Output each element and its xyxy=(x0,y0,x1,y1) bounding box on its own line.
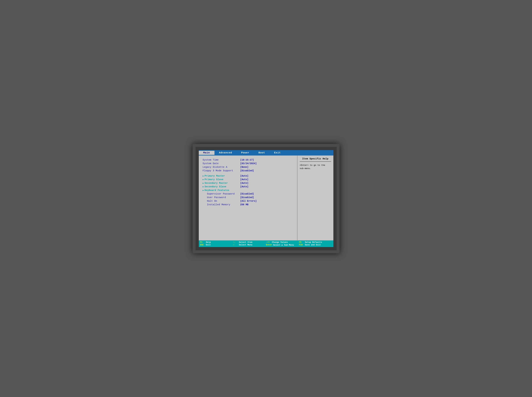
primary-slave-value: [Auto] xyxy=(240,178,248,181)
key-esc-desc: Exit xyxy=(206,244,211,246)
help-text: <Enter> to go to the sub-menu. xyxy=(300,164,331,171)
supervisor-password-row[interactable]: Supervisor Password [Disabled] xyxy=(203,192,293,196)
keyboard-features-row[interactable]: ▶Keyboard Features xyxy=(203,188,293,192)
key-change: -/+ xyxy=(266,241,271,243)
secondary-master-value: [Auto] xyxy=(240,182,248,184)
installed-memory-value: 256 MB xyxy=(240,203,248,206)
key-f1: F1 xyxy=(200,241,205,243)
menu-power[interactable]: Power xyxy=(237,151,254,155)
menu-bar: Main Advanced Power Boot Exit xyxy=(199,150,333,155)
legacy-diskette-value: [None] xyxy=(240,166,248,168)
system-date-row[interactable]: System Date [03/24/2024] xyxy=(203,162,293,165)
arrow-icon: ▶ xyxy=(203,189,204,192)
key-arrows: ↑↓ xyxy=(233,241,238,243)
floppy-mode-value: [Disabled] xyxy=(240,169,254,172)
monitor: Main Advanced Power Boot Exit System Tim… xyxy=(193,144,340,253)
menu-exit[interactable]: Exit xyxy=(270,151,285,155)
menu-advanced[interactable]: Advanced xyxy=(215,151,237,155)
status-row-1: F1 Help ↑↓ Select Item -/+ Change Values… xyxy=(200,241,332,243)
secondary-slave-label: ▶Secondary Slave xyxy=(203,185,240,188)
halt-on-row[interactable]: Halt On [All Errors] xyxy=(203,199,293,203)
arrow-icon: ▶ xyxy=(203,175,204,177)
system-time-value: [18:15:17] xyxy=(240,159,254,161)
key-f5: F5 xyxy=(299,241,304,243)
system-time-row[interactable]: System Time [18:15:17] xyxy=(203,158,293,162)
main-panel: System Time [18:15:17] System Date [03/2… xyxy=(199,155,298,240)
halt-on-label: Halt On xyxy=(203,200,240,202)
secondary-slave-row[interactable]: ▶Secondary Slave [Auto] xyxy=(203,185,293,188)
gap1 xyxy=(203,173,293,174)
help-title: Item Specific Help xyxy=(300,157,331,162)
system-time-label: System Time xyxy=(203,159,240,161)
floppy-mode-label: Floppy 3 Mode Support xyxy=(203,169,240,172)
installed-memory-row[interactable]: Installed Memory 256 MB xyxy=(203,203,293,206)
key-esc: ESC xyxy=(200,244,205,246)
floppy-mode-row[interactable]: Floppy 3 Mode Support [Disabled] xyxy=(203,169,293,173)
key-f5-desc: Setup Defaults xyxy=(305,241,322,243)
key-f1-desc: Help xyxy=(206,241,211,243)
key-menu: ↔ xyxy=(233,244,238,246)
keyboard-features-label: ▶Keyboard Features xyxy=(203,189,240,192)
key-enter: Enter xyxy=(266,244,272,246)
menu-boot[interactable]: Boot xyxy=(254,151,270,155)
installed-memory-label: Installed Memory xyxy=(203,203,240,206)
user-password-value: [Disabled] xyxy=(240,196,254,199)
system-date-value: [03/24/2024] xyxy=(240,162,257,165)
status-esc: ESC Exit xyxy=(200,244,233,246)
legacy-diskette-row[interactable]: Legacy Diskette A [None] xyxy=(203,165,293,169)
status-change: -/+ Change Values xyxy=(266,241,299,243)
arrow-icon: ▶ xyxy=(203,182,204,184)
status-f10: F10 Save and Exit xyxy=(299,244,332,246)
content-area: System Time [18:15:17] System Date [03/2… xyxy=(199,155,333,240)
supervisor-password-label: Supervisor Password xyxy=(203,192,240,195)
arrow-icon: ▶ xyxy=(203,179,204,181)
user-password-label: User Password xyxy=(203,196,240,199)
primary-master-label: ▶Primary Master xyxy=(203,175,240,177)
secondary-master-label: ▶Secondary Master xyxy=(203,182,240,184)
system-date-label: System Date xyxy=(203,162,240,165)
status-menu: ↔ Select Menu xyxy=(233,244,266,246)
key-f10: F10 xyxy=(299,244,304,246)
primary-slave-label: ▶Primary Slave xyxy=(203,178,240,181)
legacy-diskette-label: Legacy Diskette A xyxy=(203,166,240,168)
help-panel: Item Specific Help <Enter> to go to the … xyxy=(298,155,333,240)
key-menu-desc: Select Menu xyxy=(239,244,253,246)
status-bar: F1 Help ↑↓ Select Item -/+ Change Values… xyxy=(199,240,333,247)
primary-master-row[interactable]: ▶Primary Master [Auto] xyxy=(203,174,293,178)
key-f10-desc: Save and Exit xyxy=(305,244,321,246)
key-enter-desc: Select ▶ Sub-Menu xyxy=(273,244,294,246)
secondary-slave-value: [Auto] xyxy=(240,185,248,188)
status-enter: Enter Select ▶ Sub-Menu xyxy=(266,244,299,246)
status-f5: F5 Setup Defaults xyxy=(299,241,332,243)
key-arrows-desc: Select Item xyxy=(239,241,253,243)
primary-slave-row[interactable]: ▶Primary Slave [Auto] xyxy=(203,178,293,181)
supervisor-password-value: [Disabled] xyxy=(240,192,254,195)
menu-main[interactable]: Main xyxy=(199,151,215,155)
secondary-master-row[interactable]: ▶Secondary Master [Auto] xyxy=(203,181,293,185)
halt-on-value: [All Errors] xyxy=(240,200,257,202)
primary-master-value: [Auto] xyxy=(240,175,248,177)
status-arrows: ↑↓ Select Item xyxy=(233,241,266,243)
user-password-row[interactable]: User Password [Disabled] xyxy=(203,196,293,199)
key-change-desc: Change Values xyxy=(272,241,288,243)
status-row-2: ESC Exit ↔ Select Menu Enter Select ▶ Su… xyxy=(200,244,332,246)
status-f1: F1 Help xyxy=(200,241,233,243)
screen: Main Advanced Power Boot Exit System Tim… xyxy=(199,150,333,247)
arrow-icon: ▶ xyxy=(203,186,204,188)
